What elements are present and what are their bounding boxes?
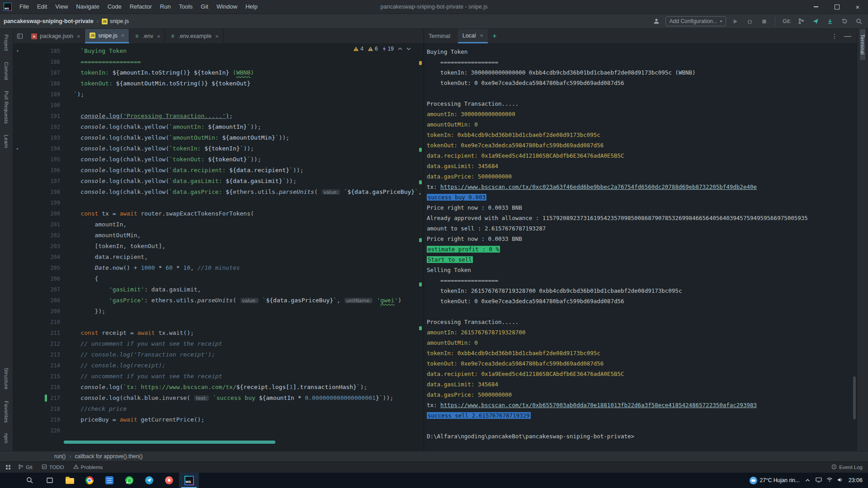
breadcrumb-callback[interactable]: callback for approve().then()	[75, 453, 142, 460]
code-line: 216 console.log(`tx: https://www.bscscan…	[13, 382, 424, 393]
tool-window-button-terminal[interactable]: Terminal	[860, 29, 865, 60]
user-icon[interactable]	[651, 16, 662, 26]
bottom-tab-problems[interactable]: Problems	[73, 464, 103, 470]
terminal-link[interactable]: https://www.bscscan.com/tx/0xb6557003ab0…	[440, 402, 757, 408]
terminal-scrollbar[interactable]	[853, 376, 856, 419]
taskbar-search-button[interactable]	[20, 473, 40, 488]
tab-close-icon[interactable]: ×	[157, 33, 160, 40]
volume-icon[interactable]	[837, 477, 843, 484]
chrome-button[interactable]	[80, 473, 99, 488]
tab-close-icon[interactable]: ×	[215, 33, 219, 40]
add-configuration-dropdown[interactable]: Add Configuration...▾	[665, 16, 726, 26]
bottom-tab-git[interactable]: Git	[18, 464, 33, 470]
new-terminal-button[interactable]: +	[488, 29, 501, 43]
editor-tab-bar: npackage.json×JSsnipe.js×≡.env×≡.env.exa…	[13, 29, 424, 44]
run-icon[interactable]	[730, 16, 741, 26]
git-branch-icon[interactable]	[796, 16, 807, 26]
telegram-button[interactable]	[139, 473, 159, 488]
menu-refactor[interactable]: Refactor	[126, 0, 156, 14]
tool-window-button-learn[interactable]: Learn	[4, 129, 9, 154]
terminal-label: Terminal:	[429, 29, 452, 43]
terminal-link[interactable]: https://www.bscscan.com/tx/0xc023a63f46e…	[440, 183, 757, 190]
line-number: 210	[22, 317, 66, 328]
tool-window-button-favorites[interactable]: Favorites	[4, 395, 9, 428]
terminal-line: =================	[427, 275, 857, 286]
tool-window-button-npm[interactable]: npm	[4, 428, 9, 449]
menu-view[interactable]: View	[51, 0, 72, 14]
wifi-icon[interactable]	[826, 477, 833, 483]
stop-icon[interactable]	[759, 16, 769, 26]
minimize-button[interactable]	[806, 0, 826, 14]
close-button[interactable]: ×	[847, 0, 868, 14]
horizontal-scrollbar[interactable]	[64, 441, 275, 444]
gutter-space	[13, 208, 22, 219]
tool-window-button-pull-requests[interactable]: Pull Requests	[4, 85, 9, 129]
tab-close-icon[interactable]: ×	[480, 32, 484, 39]
search-icon	[26, 477, 33, 484]
docs-app-button[interactable]	[99, 473, 119, 488]
next-problem-icon[interactable]	[406, 46, 411, 52]
code-line: 203 [tokenIn, tokenOut],	[13, 241, 424, 252]
tool-window-switcher-icon[interactable]	[5, 465, 11, 470]
media-app-button[interactable]	[159, 473, 179, 488]
terminal-minimize-icon[interactable]: —	[844, 32, 851, 40]
menu-help[interactable]: Help	[241, 0, 262, 14]
code-line: 187 tokenIn: ${amountIn.toString()} ${to…	[13, 67, 424, 78]
tab-close-icon[interactable]: ×	[77, 33, 80, 40]
fold-toggle-icon[interactable]: ▾	[13, 46, 22, 56]
code-line: 212 // uncomment if you want see the rec…	[13, 338, 424, 349]
gutter-space	[13, 284, 22, 295]
event-log-button[interactable]: Event Log	[839, 465, 863, 470]
search-icon[interactable]	[854, 16, 864, 26]
git-push-icon[interactable]	[810, 16, 821, 26]
editor-tab--env[interactable]: ≡.env×	[129, 29, 165, 43]
start-button[interactable]	[0, 473, 20, 488]
line-number: 208	[22, 295, 66, 306]
display-icon[interactable]	[816, 477, 822, 484]
editor-tab-package-json[interactable]: npackage.json×	[27, 29, 85, 43]
whatsapp-icon	[125, 476, 133, 484]
tab-close-icon[interactable]: ×	[121, 32, 125, 39]
code-editor[interactable]: ▾185 `Buying Token186 =================1…	[13, 44, 424, 451]
menu-git[interactable]: Git	[197, 0, 212, 14]
file-explorer-button[interactable]	[60, 473, 80, 488]
menu-run[interactable]: Run	[156, 0, 175, 14]
gutter-space	[13, 425, 22, 436]
terminal-tab-local[interactable]: Local×	[458, 29, 488, 43]
terminal-options-icon[interactable]: ⋮	[831, 33, 838, 40]
menu-file[interactable]: File	[15, 0, 33, 14]
task-view-button[interactable]	[40, 473, 60, 488]
terminal-line: tokenOut: 0 0xe9e7cea3dedca5984780bafc59…	[427, 296, 857, 306]
rollback-icon[interactable]	[839, 16, 850, 26]
breadcrumb-run[interactable]: run()	[54, 453, 66, 460]
bottom-tab-todo[interactable]: TODO	[42, 464, 64, 470]
tool-window-button-structure[interactable]: Structure	[4, 362, 9, 395]
menu-window[interactable]: Window	[212, 0, 241, 14]
whatsapp-button[interactable]	[119, 473, 139, 488]
menu-tools[interactable]: Tools	[175, 0, 197, 14]
bottom-tool-bar: GitTODOProblems Event Log	[0, 461, 868, 473]
menu-edit[interactable]: Edit	[33, 0, 51, 14]
tray-expand-icon[interactable]	[805, 477, 810, 483]
tool-window-button-commit[interactable]: Commit	[4, 56, 9, 85]
clock[interactable]: 23:06	[849, 477, 863, 483]
gutter-space	[13, 78, 22, 89]
git-update-icon[interactable]	[825, 16, 835, 26]
breadcrumb-project[interactable]: pancakeswap-sniping-bot-private	[4, 18, 94, 24]
code-line: 189 `);	[13, 89, 424, 100]
breadcrumb-file[interactable]: JSsnipe.js	[102, 18, 129, 24]
menu-navigate[interactable]: Navigate	[72, 0, 103, 14]
inspections-widget[interactable]: 4 6 19	[353, 46, 411, 52]
project-pane-icon[interactable]	[13, 29, 27, 43]
fold-toggle-icon[interactable]: ▸	[13, 143, 22, 154]
weather-widget[interactable]: 27°C Hujan rin...	[750, 477, 800, 484]
maximize-button[interactable]	[826, 0, 847, 14]
editor-tab-snipe-js[interactable]: JSsnipe.js×	[85, 29, 129, 43]
tool-window-button-project[interactable]: Project	[4, 29, 9, 56]
prev-problem-icon[interactable]	[398, 46, 402, 52]
menu-code[interactable]: Code	[104, 0, 126, 14]
webstorm-button[interactable]: WS	[179, 473, 199, 488]
terminal-output[interactable]: Buying Token ================= tokenIn: …	[424, 44, 857, 451]
editor-tab--env-example[interactable]: ≡.env.example×	[165, 29, 223, 43]
debug-icon[interactable]	[744, 16, 755, 26]
